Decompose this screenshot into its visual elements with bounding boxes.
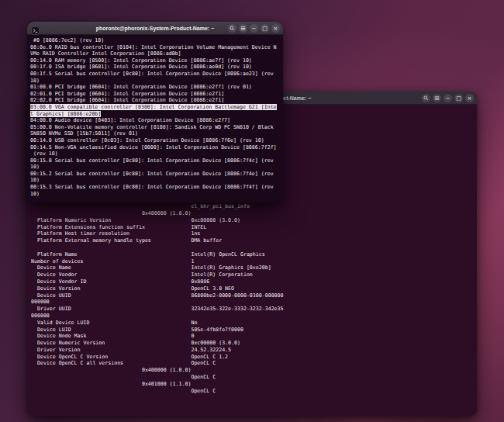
menu-icon[interactable] (239, 24, 247, 33)
window-controls: − □ × (228, 24, 280, 33)
clinfo-text: cl_khr_pci_bus_info 0x400000 (1.0.0) Pla… (31, 203, 284, 394)
menu-icon[interactable] (433, 94, 441, 102)
lspci-output[interactable]: #0 [8086:7ec2] (rev 10) 00:0e.0 RAID bus… (27, 35, 283, 202)
window-controls: − □ × (422, 94, 474, 102)
foreground-terminal-titlebar[interactable]: phoronix@phoronix-System-Product-Name: ~… (27, 22, 283, 35)
search-icon[interactable] (228, 24, 236, 33)
close-button[interactable]: × (271, 24, 280, 33)
output-after-selection: 04:00.0 Audio device [0403]: Intel Corpo… (30, 117, 277, 197)
minimize-button[interactable]: − (250, 24, 258, 33)
close-button[interactable]: × (465, 94, 474, 102)
maximize-button[interactable]: □ (261, 24, 269, 33)
search-icon[interactable] (422, 94, 430, 102)
foreground-terminal-window[interactable]: phoronix@phoronix-System-Product-Name: ~… (27, 22, 283, 202)
maximize-button[interactable]: □ (454, 94, 463, 102)
window-title: phoronix@phoronix-System-Product-Name: ~ (96, 26, 214, 31)
minimize-button[interactable]: − (444, 94, 452, 102)
selected-text: 03:00.0 VGA compatible controller [0300]… (30, 104, 277, 117)
terminal-app-icon (31, 24, 40, 33)
output-before-selection: #0 [8086:7ec2] (rev 10) 00:0e.0 RAID bus… (30, 37, 277, 103)
